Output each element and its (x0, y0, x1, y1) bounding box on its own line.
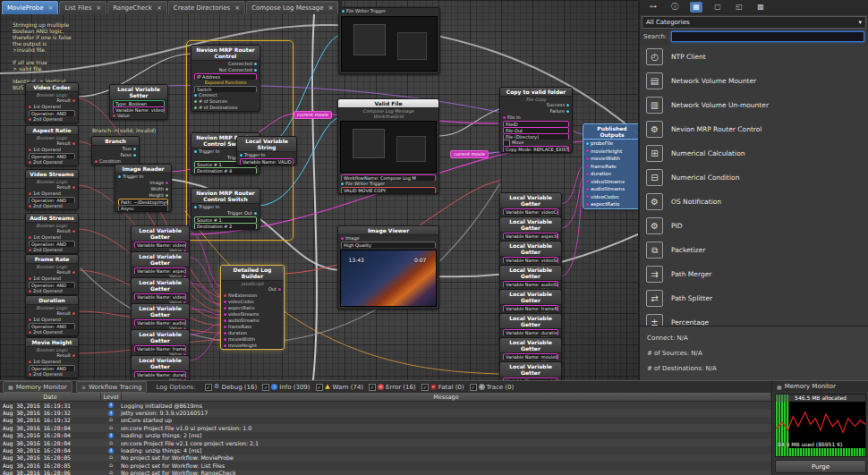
node-field[interactable]: Variable Name: movieWidth (503, 353, 558, 360)
palette-item-pid[interactable]: ⚙PID (640, 214, 868, 238)
node-field[interactable]: Variable Name: VALID_MOVIE (240, 158, 294, 165)
node-field[interactable]: Operation: AND (29, 365, 75, 371)
node-local-variable-setter[interactable]: Local Variable SetterType: BooleanVariab… (109, 84, 168, 120)
port-dot[interactable] (224, 344, 226, 347)
log-filter-warn[interactable]: ✓▲Warn (74) (316, 384, 364, 391)
palette-item-packetizer[interactable]: ⧉Packetizer (640, 238, 868, 262)
close-icon[interactable]: × (328, 4, 333, 12)
port-dot[interactable] (586, 149, 589, 152)
port-dot[interactable] (194, 150, 197, 153)
port-dot[interactable] (29, 318, 31, 321)
port-dot[interactable] (183, 379, 186, 380)
tab-memory-monitor[interactable]: ▦ Memory Monitor (3, 381, 72, 393)
palette-item-path-splitter[interactable]: ⇄Path Splitter (640, 286, 868, 310)
port-dot[interactable] (72, 142, 75, 145)
port-dot[interactable] (72, 312, 75, 315)
node-canvas[interactable]: Stringing up multiple Boolean AND logic,… (0, 0, 638, 380)
port-dot[interactable] (586, 180, 589, 182)
node-field[interactable]: Destination # 4 (194, 167, 257, 174)
published-output-audiostreams[interactable]: audioStreams (583, 185, 638, 193)
tab-rangecheck[interactable]: RangeCheck× (107, 1, 167, 14)
node-audio-streams[interactable]: Audio StreamsBoolean LogicResult1st Oper… (25, 213, 79, 254)
port-dot[interactable] (166, 182, 168, 184)
port-dot[interactable] (194, 94, 197, 97)
port-dot[interactable] (72, 99, 75, 102)
palette-item-list[interactable]: ◴NTP Client▤Network Volume Mounter▥Netwo… (640, 45, 868, 326)
checkbox[interactable]: ✓ (369, 384, 376, 391)
close-icon[interactable]: × (234, 4, 240, 12)
node-field[interactable]: Variable Name: videoStreams (503, 257, 558, 263)
node-field[interactable]: Variable Name: audioStreams (134, 319, 186, 326)
node-field[interactable]: Variable Name: videoStreams (134, 293, 186, 300)
node-field[interactable]: Path: ~/Desktop/mymovie (118, 199, 168, 205)
port-dot[interactable] (133, 154, 136, 157)
log-row[interactable]: Aug 30,2016 16:19:32⌂onCore started up (0, 417, 771, 424)
node-field[interactable]: File Out (503, 127, 569, 133)
port-dot[interactable] (586, 195, 589, 198)
palette-item-numerical-condition[interactable]: ⊟Numerical Condition (640, 165, 868, 190)
port-dot[interactable] (29, 161, 31, 164)
port-dot[interactable] (29, 360, 31, 363)
log-row[interactable]: Aug 30,2016 16:19:31iLogging initialized… (0, 402, 771, 409)
tab-workflow-tracing[interactable]: ≡ Workflow Tracing (76, 381, 148, 393)
node-field[interactable]: Variable Name: frameRate (134, 345, 186, 352)
port-dot[interactable] (240, 154, 243, 157)
node-field[interactable]: Variable Name: duration (503, 329, 558, 335)
node-field[interactable]: Operation: AND (29, 110, 75, 116)
node-field[interactable]: Operation: AND (29, 241, 75, 247)
port-dot[interactable] (586, 188, 589, 191)
node-image-reader[interactable]: Image ReaderTrigger InImageWidthHeightPa… (115, 164, 172, 212)
published-output-moviewidth[interactable]: movieWidth (583, 155, 638, 163)
close-icon[interactable]: × (157, 4, 162, 12)
node-field[interactable]: Variable Name: aspectRatio (134, 267, 186, 274)
grid-icon[interactable]: ▩ (754, 2, 767, 13)
close-icon[interactable]: × (96, 4, 101, 12)
node-local-variable-string[interactable]: Local Variable StringTrigger InVariable … (236, 136, 297, 165)
port-dot[interactable] (224, 332, 226, 335)
node-frame-rate[interactable]: Frame RateBoolean LogicResult1st Operand… (25, 254, 79, 295)
node-video-streams[interactable]: Video StreamsBoolean LogicResult1st Oper… (25, 169, 79, 210)
port-dot[interactable] (224, 326, 226, 328)
palette-item-os-notification[interactable]: ⚙OS Notification (640, 190, 868, 214)
log-row[interactable]: Aug 30,2016 16:20:04⌂on:core Project Fil… (0, 424, 771, 431)
info-icon[interactable]: ⓘ (668, 2, 681, 13)
port-dot[interactable] (224, 307, 226, 310)
log-filter-debug[interactable]: ✓⚙Debug (16) (205, 384, 258, 391)
port-dot[interactable] (194, 106, 197, 109)
port-dot[interactable] (341, 182, 344, 185)
port-dot[interactable] (224, 301, 226, 303)
node-lvg-b-8[interactable]: Local Variable GetterVariable Name: movi… (499, 361, 562, 380)
port-dot[interactable] (586, 165, 589, 167)
layout-icon[interactable]: ◱ (733, 2, 745, 13)
log-filter-fatal[interactable]: ✓×Fatal (0) (421, 384, 464, 391)
port-dot[interactable] (29, 148, 31, 151)
port-dot[interactable] (566, 110, 569, 113)
checkbox[interactable]: ✓ (316, 384, 323, 391)
tab-compose-log-message[interactable]: Compose Log Message× (246, 1, 338, 14)
checkbox[interactable]: ✓ (205, 384, 212, 391)
published-output-movieheight[interactable]: movieHeight (583, 148, 638, 156)
port-dot[interactable] (341, 237, 344, 240)
node-field[interactable]: FileID (503, 121, 569, 127)
node-graph-icon[interactable]: ⊶ (647, 2, 660, 13)
published-output-videostreams[interactable]: videoStreams (583, 178, 638, 186)
palette-item-numerical-calculation[interactable]: ⊞Numerical Calculation (640, 141, 868, 165)
node-image-viewer[interactable]: Image ViewerImageHigh Quality13:430:07 (337, 225, 439, 310)
node-field[interactable]: Variable Name: videoCodec (503, 208, 558, 215)
port-dot[interactable] (254, 212, 257, 215)
column-level[interactable]: Level (101, 393, 122, 401)
port-dot[interactable] (29, 373, 31, 376)
node-detailed-log-builder[interactable]: Detailed Log BuilderjavaScriptOutfileExt… (220, 265, 285, 350)
node-field[interactable]: High Quality (341, 242, 436, 248)
palette-icon[interactable]: ▦ (690, 2, 702, 13)
node-field[interactable]: Source # 1 (194, 216, 257, 223)
port-dot[interactable] (29, 331, 31, 334)
node-field[interactable]: Operation: AND (29, 323, 75, 329)
node-published-outputs[interactable]: Published OutputsprobeFilemovieHeightmov… (583, 123, 638, 209)
purge-button[interactable]: Purge (775, 460, 866, 473)
port-dot[interactable] (342, 10, 345, 13)
port-dot[interactable] (503, 116, 506, 119)
port-dot[interactable] (72, 271, 75, 274)
log-filter-error[interactable]: ✓×Error (16) (369, 384, 416, 391)
palette-item-nevion-mrp-router-control[interactable]: ⚙Nevion MRP Router Control (640, 117, 868, 141)
